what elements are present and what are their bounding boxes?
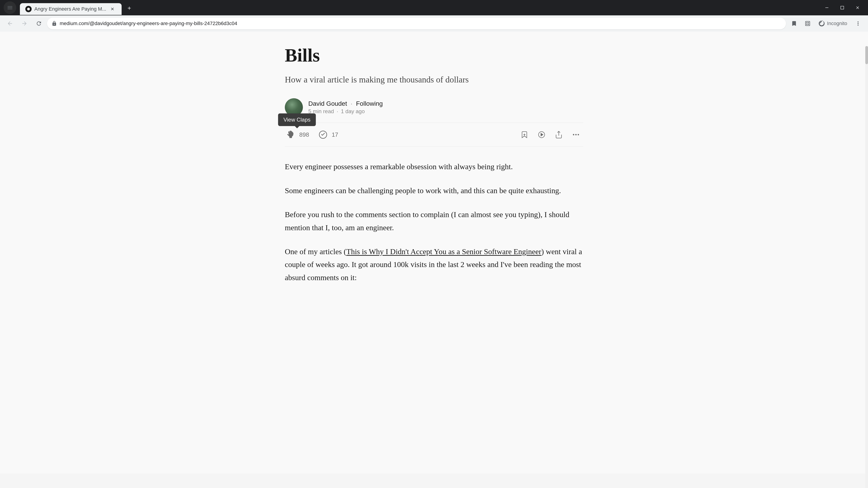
reload-button[interactable]	[33, 17, 45, 30]
article-body: Every engineer possesses a remarkable ob…	[285, 160, 583, 284]
save-button[interactable]	[517, 127, 532, 142]
clap-count: 898	[299, 131, 309, 138]
svg-point-9	[575, 134, 577, 135]
profile-menu-btn[interactable]	[4, 1, 16, 14]
close-button[interactable]	[852, 3, 863, 13]
svg-point-8	[573, 134, 575, 135]
comment-count: 17	[332, 131, 338, 138]
url-text: medium.com/@davidgoudet/angry-engineers-…	[60, 21, 781, 26]
author-name: David Goudet	[308, 100, 347, 107]
forward-button[interactable]	[18, 17, 31, 30]
new-tab-button[interactable]: +	[123, 2, 135, 14]
menu-button[interactable]	[852, 17, 864, 30]
paragraph-4: One of my articles (This is Why I Didn't…	[285, 245, 583, 284]
listen-button[interactable]	[534, 127, 549, 142]
minimize-button[interactable]	[822, 3, 832, 13]
browser-chrome: Angry Engineers Are Paying M... ✕ +	[0, 0, 868, 32]
comment-button[interactable]: 17	[317, 129, 338, 140]
following-link[interactable]: Following	[356, 100, 383, 107]
lock-icon	[52, 21, 57, 26]
article-meta: 5 min read · 1 day ago	[308, 108, 383, 115]
share-button[interactable]	[552, 127, 566, 142]
toolbar-actions: Incognito	[788, 17, 864, 30]
author-name-row: David Goudet · Following	[308, 100, 383, 107]
more-options-button[interactable]	[569, 127, 583, 142]
svg-point-10	[578, 134, 579, 135]
active-tab[interactable]: Angry Engineers Are Paying M... ✕	[20, 3, 122, 15]
article-subtitle: How a viral article is making me thousan…	[285, 74, 583, 86]
author-row: David Goudet · Following 5 min read · 1 …	[285, 98, 583, 116]
stats-right	[517, 127, 583, 142]
window-controls	[822, 3, 863, 13]
paragraph-2: Some engineers can be challenging people…	[285, 184, 583, 197]
title-bar: Angry Engineers Are Paying M... ✕ +	[0, 0, 868, 15]
bookmark-button[interactable]	[788, 17, 800, 30]
paragraph-4-start: One of my articles (	[285, 248, 346, 256]
author-info: David Goudet · Following 5 min read · 1 …	[308, 100, 383, 115]
maximize-button[interactable]	[837, 3, 847, 13]
article-link[interactable]: This is Why I Didn't Accept You as a Sen…	[346, 248, 541, 256]
paragraph-1: Every engineer possesses a remarkable ob…	[285, 160, 583, 173]
article-container: Bills How a viral article is making me t…	[276, 45, 592, 474]
view-claps-tooltip: View Claps	[278, 113, 316, 126]
incognito-icon	[818, 20, 825, 27]
comment-icon	[317, 129, 329, 140]
incognito-badge[interactable]: Incognito	[815, 19, 851, 29]
svg-marker-6	[541, 133, 543, 136]
paragraph-3: Before you rush to the comments section …	[285, 208, 583, 234]
scrollbar-thumb[interactable]	[865, 46, 868, 64]
address-bar[interactable]: medium.com/@davidgoudet/angry-engineers-…	[47, 18, 786, 29]
scrollbar-track	[865, 46, 868, 488]
back-button[interactable]	[4, 17, 16, 30]
stats-bar: View Claps 898	[285, 123, 583, 147]
page-content: Bills How a viral article is making me t…	[0, 32, 868, 474]
tabs-container: Angry Engineers Are Paying M... ✕ +	[20, 0, 820, 15]
dot-separator: ·	[350, 100, 352, 107]
article-title: Bills	[285, 45, 583, 66]
browser-toolbar: medium.com/@davidgoudet/angry-engineers-…	[0, 15, 868, 32]
tab-close-btn[interactable]: ✕	[109, 5, 116, 13]
clap-tooltip-container: View Claps 898	[285, 129, 309, 140]
stats-left: View Claps 898	[285, 129, 338, 140]
published-time: 1 day ago	[341, 108, 365, 115]
svg-rect-0	[825, 7, 828, 8]
tab-favicon	[25, 6, 32, 12]
incognito-label: Incognito	[827, 21, 847, 26]
split-screen-button[interactable]	[801, 17, 814, 30]
tab-title: Angry Engineers Are Paying M...	[34, 6, 106, 12]
svg-rect-1	[841, 6, 844, 9]
